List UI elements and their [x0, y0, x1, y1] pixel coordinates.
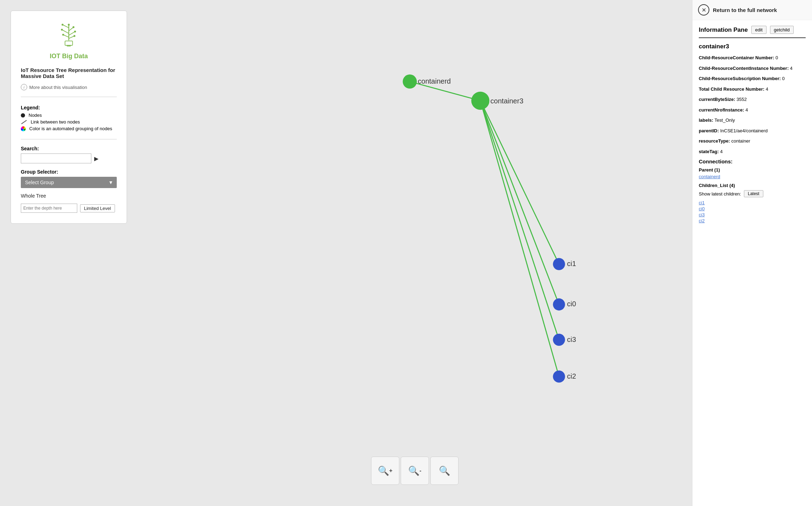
search-button[interactable]: ▶: [93, 155, 100, 163]
field-parent-id: parentID: InCSE1/ae4/containerd: [699, 127, 806, 134]
connections-title: Connections:: [699, 158, 806, 164]
edit-button[interactable]: edit: [751, 26, 766, 34]
search-divider: [21, 139, 117, 139]
node-ci2-label: ci2: [567, 372, 576, 380]
getchild-button[interactable]: getchild: [770, 26, 794, 34]
zoom-out-button[interactable]: 🔍-: [401, 457, 429, 485]
field-value-4: 3552: [737, 97, 747, 102]
link-line-icon: [21, 120, 27, 124]
connections-section: Connections: Parent (1) containerd Child…: [699, 158, 806, 223]
close-button[interactable]: ✕: [698, 4, 709, 16]
right-panel: ✕ Return to the full network Information…: [692, 0, 812, 506]
svg-point-10: [74, 31, 76, 32]
node-ci0[interactable]: [553, 299, 565, 311]
parent-label: Parent (1): [699, 167, 806, 173]
legend-item-color: Color is an automated grouping of nodes: [21, 126, 117, 131]
field-container-resource-number: Child-ResourceContainer Number: 0: [699, 54, 806, 61]
node-ci3[interactable]: [553, 334, 565, 346]
logo-title: IOT Big Data: [50, 53, 88, 60]
node-ci0-label: ci0: [567, 300, 576, 308]
svg-point-12: [73, 35, 75, 37]
legend-title: Legend:: [21, 105, 117, 110]
field-label-6: labels:: [699, 118, 713, 123]
group-selector-label: Group Selector:: [21, 169, 117, 175]
field-label-3: Total Child Resource Number:: [699, 86, 764, 92]
node-ci3-label: ci3: [567, 336, 576, 343]
zoom-in-icon: 🔍: [378, 465, 389, 476]
field-label-0: Child-ResourceContainer Number:: [699, 55, 774, 60]
node-ci1[interactable]: [553, 258, 565, 270]
legend-color-label: Color is an automated grouping of nodes: [29, 126, 112, 131]
legend-link-label: Link between two nodes: [31, 119, 80, 125]
depth-row: Limited Level: [21, 204, 117, 213]
logo-icon: [55, 22, 83, 51]
child-link-ci0[interactable]: ci0: [699, 206, 806, 211]
return-bar: ✕ Return to the full network: [692, 0, 812, 20]
select-group-dropdown[interactable]: Select Group: [21, 177, 117, 188]
search-label: Search:: [21, 146, 117, 151]
field-subscription-number: Child-ResourceSubscription Number: 0: [699, 75, 806, 82]
child-link-ci3[interactable]: ci3: [699, 212, 806, 217]
whole-tree-button[interactable]: Whole Tree: [21, 192, 117, 200]
svg-line-3: [62, 30, 69, 34]
zoom-reset-icon: 🔍: [439, 465, 450, 476]
node-ci1-label: ci1: [567, 260, 576, 267]
sidebar: IOT Big Data IoT Resource Tree Represent…: [0, 0, 138, 506]
field-value-0: 0: [775, 55, 778, 60]
node-container3[interactable]: [471, 92, 489, 110]
return-label[interactable]: Return to the full network: [713, 7, 777, 13]
node-containerd[interactable]: [403, 74, 417, 89]
info-link[interactable]: i More about this visualisation: [21, 84, 117, 90]
group-selector-section: Group Selector: Select Group ▼: [21, 169, 117, 188]
edge-container3-ci3: [480, 101, 559, 339]
field-label-7: parentID:: [699, 128, 719, 133]
zoom-in-button[interactable]: 🔍+: [371, 457, 399, 485]
field-label-9: stateTag:: [699, 149, 719, 154]
app-subtitle: IoT Resource Tree Representation for Mas…: [21, 67, 117, 79]
field-content-instance-number: Child-ResourceContentInstance Number: 4: [699, 65, 806, 72]
parent-link[interactable]: containerd: [699, 174, 806, 179]
field-value-9: 4: [720, 149, 722, 154]
legend-section: Legend: Nodes Link between two nodes Col…: [21, 105, 117, 133]
child-link-ci1[interactable]: ci1: [699, 200, 806, 205]
field-value-7: InCSE1/ae4/containerd: [720, 128, 768, 133]
field-value-2: 0: [782, 76, 784, 81]
node-ci2[interactable]: [553, 371, 565, 382]
field-resource-type: resourceType: container: [699, 138, 806, 145]
depth-input[interactable]: [21, 204, 77, 213]
node-dot-icon: [21, 113, 25, 118]
info-pane-header: Information Pane edit getchild: [699, 26, 806, 38]
field-label-1: Child-ResourceContentInstance Number:: [699, 66, 789, 71]
svg-point-11: [62, 34, 64, 36]
graph-svg: containerd container3 ci1 ci0 ci3 ci2: [138, 0, 692, 506]
graph-area: containerd container3 ci1 ci0 ci3 ci2 🔍+…: [138, 0, 692, 506]
zoom-out-icon: 🔍: [408, 465, 419, 476]
field-labels: labels: Test_Only: [699, 117, 806, 124]
field-value-6: Test_Only: [715, 118, 735, 123]
info-pane-title: Information Pane: [699, 26, 748, 34]
child-link-ci2[interactable]: ci2: [699, 218, 806, 223]
edge-container3-ci0: [480, 101, 559, 304]
svg-point-9: [61, 29, 63, 30]
field-label-5: currentNrofInstance:: [699, 107, 744, 113]
field-nrof-instance: currentNrofInstance: 4: [699, 107, 806, 114]
color-circle-icon: [21, 126, 26, 131]
legend-divider: [21, 97, 117, 97]
field-label-2: Child-ResourceSubscription Number:: [699, 76, 781, 81]
node-container3-label: container3: [490, 97, 523, 105]
field-value-1: 4: [790, 66, 793, 71]
field-value-3: 4: [766, 86, 768, 92]
show-latest-row: Show latest children: Latest: [699, 190, 806, 197]
latest-button[interactable]: Latest: [744, 190, 763, 197]
svg-line-4: [69, 31, 75, 35]
limited-level-button[interactable]: Limited Level: [80, 204, 115, 212]
zoom-reset-button[interactable]: 🔍: [430, 457, 459, 485]
field-state-tag: stateTag: 4: [699, 148, 806, 155]
legend-item-nodes: Nodes: [21, 113, 117, 118]
svg-point-13: [68, 24, 69, 25]
field-total-child-resource: Total Child Resource Number: 4: [699, 86, 806, 93]
search-input[interactable]: [21, 153, 91, 163]
svg-point-7: [62, 24, 63, 25]
legend-item-link: Link between two nodes: [21, 119, 117, 125]
info-link-text: More about this visualisation: [29, 85, 87, 90]
